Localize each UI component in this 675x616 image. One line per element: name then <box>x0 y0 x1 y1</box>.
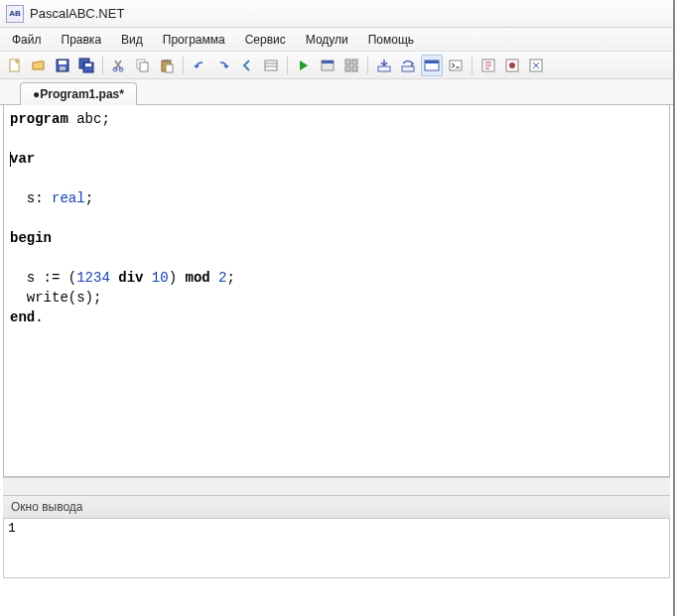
svg-rect-6 <box>85 63 91 66</box>
toolbar-separator <box>287 57 288 74</box>
toolbar-separator <box>367 57 368 74</box>
svg-point-30 <box>509 62 515 68</box>
properties-icon[interactable] <box>260 55 282 76</box>
app-icon: AB <box>6 5 24 23</box>
svg-rect-26 <box>425 61 439 63</box>
output-text: 1 <box>8 521 16 536</box>
tab-program1[interactable]: ●Program1.pas* <box>20 82 137 105</box>
svg-rect-27 <box>450 61 462 70</box>
run-icon[interactable] <box>293 55 315 76</box>
code-text: ; <box>85 190 93 206</box>
step-into-icon[interactable] <box>373 55 395 76</box>
svg-rect-13 <box>166 64 173 72</box>
options-icon[interactable] <box>525 55 547 76</box>
code-num: 2 <box>218 270 226 286</box>
svg-rect-24 <box>402 66 414 71</box>
code-text: s: <box>10 190 52 206</box>
menu-modules[interactable]: Модули <box>296 30 358 50</box>
svg-rect-14 <box>265 61 277 70</box>
svg-rect-19 <box>345 60 350 64</box>
tab-strip: ●Program1.pas* <box>0 79 673 105</box>
output-header: Окно вывода <box>3 495 670 519</box>
code-num: 1234 <box>76 270 110 286</box>
svg-rect-12 <box>164 60 169 62</box>
code-num: 10 <box>152 270 169 286</box>
code-type: real <box>52 190 85 206</box>
code-kw: var <box>10 151 35 167</box>
menu-edit[interactable]: Правка <box>52 30 112 50</box>
cut-icon[interactable] <box>108 55 130 76</box>
undo-icon[interactable] <box>189 55 210 76</box>
form-icon[interactable] <box>317 55 338 76</box>
svg-rect-3 <box>60 66 66 70</box>
code-kw: end <box>10 309 35 325</box>
code-text <box>110 270 118 286</box>
new-file-icon[interactable] <box>4 55 26 76</box>
scroll-area <box>3 477 670 495</box>
open-file-icon[interactable] <box>28 55 50 76</box>
svg-rect-22 <box>352 66 357 71</box>
toolbar-separator <box>183 57 184 74</box>
redo-icon[interactable] <box>212 55 234 76</box>
save-all-icon[interactable] <box>75 55 97 76</box>
code-editor[interactable]: program abc; var s: real; begin s := (12… <box>3 105 670 477</box>
console-icon[interactable] <box>421 55 443 76</box>
svg-rect-2 <box>59 61 67 64</box>
output-icon[interactable] <box>445 55 467 76</box>
code-text <box>210 270 218 286</box>
save-icon[interactable] <box>52 55 73 76</box>
svg-rect-21 <box>345 66 350 71</box>
title-bar: AB PascalABC.NET <box>0 0 673 28</box>
toolbar <box>0 52 673 79</box>
code-text: . <box>35 309 43 325</box>
menu-help[interactable]: Помощь <box>358 30 424 50</box>
copy-icon[interactable] <box>132 55 154 76</box>
svg-rect-18 <box>322 61 334 63</box>
code-text: s := ( <box>10 270 76 286</box>
toolbar-separator <box>472 57 472 74</box>
code-kw: div <box>118 270 143 286</box>
compile-icon[interactable] <box>477 55 499 76</box>
step-over-icon[interactable] <box>397 55 419 76</box>
code-text: ; <box>227 270 235 286</box>
paste-icon[interactable] <box>156 55 178 76</box>
menu-file[interactable]: Файл <box>2 30 52 50</box>
code-kw: begin <box>10 230 52 246</box>
code-text <box>143 270 151 286</box>
svg-rect-10 <box>140 62 148 71</box>
svg-rect-23 <box>378 66 390 71</box>
code-text: write(s); <box>10 290 101 306</box>
app-title: PascalABC.NET <box>30 6 124 21</box>
menu-bar: Файл Правка Вид Программа Сервис Модули … <box>0 28 673 52</box>
nav-back-icon[interactable] <box>236 55 258 76</box>
output-body[interactable]: 1 <box>3 519 670 578</box>
grid-icon[interactable] <box>340 55 362 76</box>
svg-rect-20 <box>352 60 357 64</box>
code-kw: program <box>10 111 68 127</box>
menu-view[interactable]: Вид <box>111 30 153 50</box>
code-content: program abc; var s: real; begin s := (12… <box>4 105 669 331</box>
toolbar-separator <box>102 57 103 74</box>
code-kw: mod <box>185 270 209 286</box>
menu-program[interactable]: Программа <box>153 30 235 50</box>
code-text: ) <box>169 270 186 286</box>
debug-icon[interactable] <box>501 55 523 76</box>
code-text: abc; <box>68 111 110 127</box>
menu-service[interactable]: Сервис <box>235 30 296 50</box>
